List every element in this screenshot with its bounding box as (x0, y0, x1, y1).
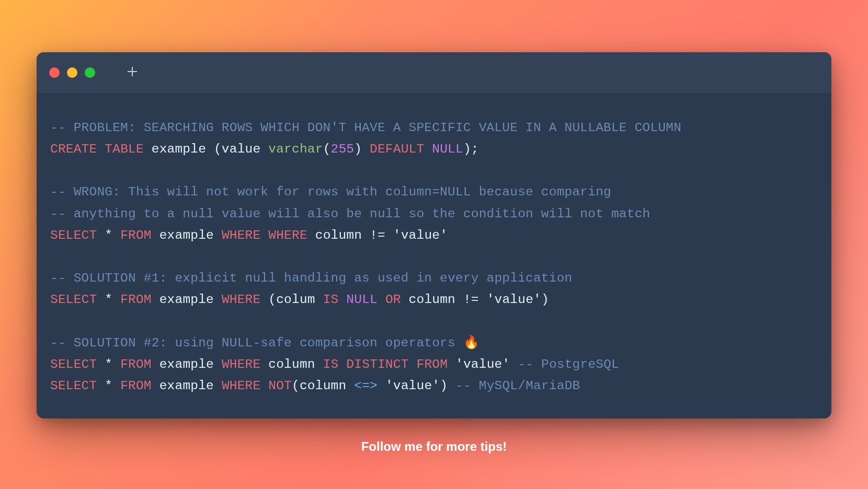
new-tab-button[interactable] (127, 65, 138, 80)
code-keyword: WHERE (222, 293, 261, 307)
code-keyword: WHERE (222, 228, 261, 242)
code-keyword: WHERE (222, 357, 261, 371)
code-type: varchar (268, 142, 323, 156)
code-number: 255 (331, 142, 355, 156)
code-keyword: DISTINCT (346, 357, 408, 371)
window-titlebar (37, 52, 831, 93)
code-comment: -- MySQL/MariaDB (455, 379, 580, 393)
code-text: ( (323, 142, 331, 156)
code-keyword: IS (323, 293, 339, 307)
code-keyword: FROM (120, 228, 152, 242)
code-keyword: SELECT (50, 379, 97, 393)
code-comment: -- SOLUTION #2: using NULL-safe comparis… (50, 336, 479, 350)
code-keyword: OR (385, 293, 401, 307)
code-keyword: FROM (120, 357, 152, 371)
code-text: ); (463, 142, 479, 156)
code-string: 'value' (385, 379, 440, 393)
code-keyword: DEFAULT (370, 142, 424, 156)
code-keyword: FROM (120, 293, 152, 307)
code-keyword: TABLE (105, 142, 144, 156)
code-string: 'value' (455, 357, 510, 371)
code-comment: -- anything to a null value will also be… (50, 207, 650, 221)
code-null: NULL (432, 142, 463, 156)
code-comment: -- WRONG: This will not work for rows wi… (50, 185, 611, 199)
code-keyword: CREATE (50, 142, 97, 156)
code-operator: <=> (354, 379, 378, 393)
code-string: 'value' (393, 228, 448, 242)
code-comment: -- PostgreSQL (518, 357, 619, 371)
code-keyword: SELECT (50, 293, 97, 307)
code-keyword: WHERE (268, 228, 307, 242)
editor-window: -- PROBLEM: SEARCHING ROWS WHICH DON'T H… (37, 52, 831, 418)
code-keyword: WHERE (222, 379, 261, 393)
code-text: ) (354, 142, 370, 156)
code-string: 'value' (487, 293, 541, 307)
minimize-button[interactable] (67, 67, 77, 78)
code-keyword: SELECT (50, 357, 97, 371)
code-keyword: IS (323, 357, 339, 371)
code-keyword: FROM (120, 379, 152, 393)
footer-caption: Follow me for more tips! (361, 439, 507, 454)
close-button[interactable] (49, 67, 60, 78)
code-text: example (value (144, 142, 268, 156)
code-keyword: NOT (268, 379, 292, 393)
code-keyword: SELECT (50, 228, 97, 242)
code-keyword: FROM (417, 357, 448, 371)
code-comment: -- PROBLEM: SEARCHING ROWS WHICH DON'T H… (50, 121, 681, 135)
code-editor[interactable]: -- PROBLEM: SEARCHING ROWS WHICH DON'T H… (37, 93, 831, 418)
maximize-button[interactable] (85, 67, 95, 78)
code-null: NULL (346, 293, 378, 307)
code-comment: -- SOLUTION #1: explicit null handling a… (50, 271, 572, 285)
traffic-lights (49, 67, 95, 78)
